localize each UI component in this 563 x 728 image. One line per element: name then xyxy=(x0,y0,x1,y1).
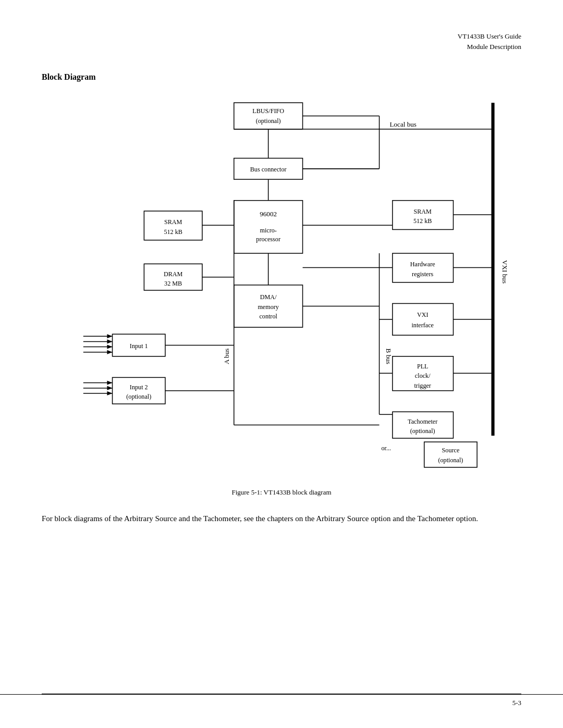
cpu-label1: 96002 xyxy=(260,210,277,218)
dma-label2: memory xyxy=(258,303,279,311)
input2-arrow3 xyxy=(107,391,112,396)
dma-label3: control xyxy=(259,313,277,320)
source-label2: (optional) xyxy=(438,456,463,464)
pll-label1: PLL xyxy=(417,363,429,370)
sram-right-label2: 512 kB xyxy=(413,217,432,225)
vxi-interface-label1: VXI xyxy=(417,311,429,318)
input1-label: Input 1 xyxy=(130,342,148,350)
sram-left-label1: SRAM xyxy=(164,218,182,226)
or-text: or... xyxy=(381,445,391,452)
vxi-interface-label2: interface xyxy=(411,322,434,329)
page-footer: 5-3 xyxy=(0,694,563,707)
bus-connector-label: Bus connector xyxy=(250,166,287,173)
lbus-fifo-label2: (optional) xyxy=(256,117,281,125)
sram-right-label1: SRAM xyxy=(413,208,432,215)
page-number: 5-3 xyxy=(512,699,521,707)
input1-arrow1 xyxy=(107,334,112,338)
input1-arrow4 xyxy=(107,350,112,354)
input2-arrow2 xyxy=(107,386,112,390)
dram-label1: DRAM xyxy=(164,270,183,278)
sram-left-label2: 512 kB xyxy=(164,228,182,236)
hw-reg-label2: registers xyxy=(412,270,433,278)
header-line2: Module Description xyxy=(42,42,521,52)
source-label1: Source xyxy=(442,447,460,454)
svg-rect-2 xyxy=(234,103,303,129)
header-line1: VT1433B User's Guide xyxy=(42,31,521,42)
body-text: For block diagrams of the Arbitrary Sour… xyxy=(42,512,521,526)
block-diagram-svg: VXI bus Local bus LBUS/FIFO (optional) B… xyxy=(42,97,521,478)
vxi-bus-label: VXI bus xyxy=(501,260,509,283)
svg-rect-32 xyxy=(393,303,454,335)
page: VT1433B User's Guide Module Description … xyxy=(0,0,563,728)
cpu-label3: processor xyxy=(256,236,280,243)
dma-label1: DMA/ xyxy=(260,293,277,301)
page-header: VT1433B User's Guide Module Description xyxy=(42,31,521,52)
cpu-label2: micro- xyxy=(260,227,276,234)
section-title: Block Diagram xyxy=(42,72,521,82)
input2-label1: Input 2 xyxy=(130,384,148,391)
pll-label3: trigger xyxy=(414,382,431,389)
lbus-fifo-label1: LBUS/FIFO xyxy=(252,107,284,115)
a-bus-label: A bus xyxy=(223,349,230,364)
input2-arrow1 xyxy=(107,380,112,385)
tachometer-label2: (optional) xyxy=(410,427,435,435)
input2-label2: (optional) xyxy=(126,393,151,400)
local-bus-label: Local bus xyxy=(389,120,417,128)
pll-label2: clock/ xyxy=(415,372,431,379)
input1-arrow2 xyxy=(107,339,112,343)
hw-reg-label1: Hardware xyxy=(410,261,435,268)
block-diagram-container: VXI bus Local bus LBUS/FIFO (optional) B… xyxy=(42,97,521,478)
b-bus-label: B bus xyxy=(385,349,393,364)
tachometer-label1: Tachometer xyxy=(408,418,437,425)
dram-label2: 32 MB xyxy=(164,280,182,287)
input1-arrow3 xyxy=(107,345,112,349)
figure-caption: Figure 5-1: VT1433B block diagram xyxy=(42,488,521,497)
